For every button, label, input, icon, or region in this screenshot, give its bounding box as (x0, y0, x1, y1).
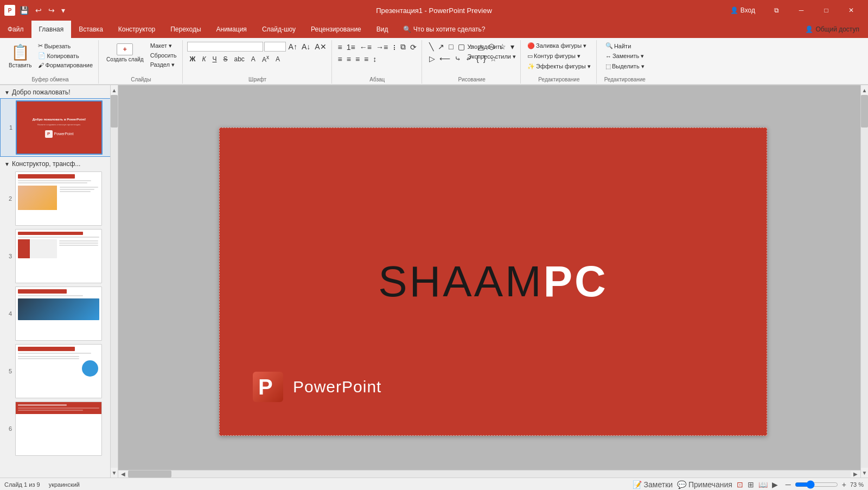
align-center-button[interactable]: ≡ (345, 54, 353, 65)
restore-button[interactable]: ⧉ (764, 0, 789, 21)
bullets-button[interactable]: ≡ (336, 42, 344, 53)
copy-button[interactable]: 📄 Копировать (36, 51, 95, 60)
canvas-scroll-down[interactable]: ▼ (861, 468, 868, 478)
shape10[interactable]: ⟵ (438, 53, 452, 64)
zoom-out-button[interactable]: ─ (784, 480, 793, 489)
slide-thumb-1[interactable]: Добро пожаловать в PowerPoint! Начните с… (16, 100, 103, 155)
shape9[interactable]: ▷ (427, 53, 437, 64)
decrease-font-button[interactable]: A↓ (300, 41, 312, 52)
replace-button[interactable]: ↔ Заменить ▾ (603, 52, 647, 61)
tab-transitions[interactable]: Переходы (163, 21, 208, 38)
shape-outline-button[interactable]: ▭ Контур фигуры ▾ (525, 52, 593, 61)
slide-sorter-button[interactable]: ⊞ (746, 480, 756, 489)
save-button[interactable]: 💾 (17, 5, 31, 16)
tab-review[interactable]: Рецензирование (303, 21, 369, 38)
zoom-range[interactable] (795, 480, 838, 489)
slide-panel-scrollbar[interactable]: ▲ ▼ (110, 85, 118, 478)
slide-thumb-3[interactable] (15, 229, 102, 283)
shape-fill-button[interactable]: 🔴 Заливка фигуры ▾ (525, 41, 593, 50)
canvas-scroll-track-v[interactable] (861, 95, 868, 468)
slide-thumb-row-4[interactable]: 4 (0, 285, 118, 342)
line-tool[interactable]: ╲ (427, 41, 435, 52)
canvas-scrollbar-v[interactable]: ▲ ▼ (860, 85, 868, 478)
canvas-scroll-thumb-v[interactable] (861, 95, 868, 128)
tab-design[interactable]: Конструктор (111, 21, 163, 38)
slide-thumb-row-1[interactable]: 1 Добро пожаловать в PowerPoint! Начните… (0, 98, 118, 157)
strikethrough-button[interactable]: S (220, 54, 230, 64)
font-color-button[interactable]: А (248, 54, 258, 64)
scroll-track[interactable] (111, 95, 118, 468)
tab-file[interactable]: Файл (0, 21, 31, 38)
shadow-button[interactable]: A (273, 54, 283, 64)
section-header-2[interactable]: ▼ Конструктор, трансф... (0, 157, 118, 170)
shape-effects-button[interactable]: ✨ Эффекты фигуры ▾ (525, 62, 593, 71)
reading-view-button[interactable]: 📖 (757, 480, 769, 489)
tab-home[interactable]: Главная (31, 21, 72, 38)
slide-thumb-4[interactable] (15, 287, 102, 341)
zoom-in-button[interactable]: + (840, 480, 848, 489)
smart-art-button[interactable]: ⧉ (399, 41, 407, 53)
clear-format-button[interactable]: A✕ (313, 41, 328, 52)
scroll-down-button[interactable]: ▼ (111, 468, 118, 478)
numbering-button[interactable]: 1≡ (345, 42, 357, 53)
sign-in-button[interactable]: 👤 Вход (726, 4, 760, 16)
slide-panel-scroll[interactable]: ▼ Добро пожаловать! 1 Добро пожаловать в… (0, 85, 118, 478)
tab-slideshow[interactable]: Слайд-шоу (254, 21, 303, 38)
new-slide-button[interactable]: + Создать слайд (103, 41, 147, 65)
slideshow-button[interactable]: ▶ (770, 480, 780, 489)
slide-thumb-row-6[interactable]: 6 (0, 400, 118, 457)
font-name-selector[interactable] (187, 42, 263, 52)
arrange-button[interactable]: Упорядочить (465, 42, 519, 51)
share-button[interactable]: 👤 Общий доступ (801, 23, 864, 35)
increase-indent-button[interactable]: →≡ (374, 42, 390, 53)
canvas-scrollbar-h[interactable]: ◀ ▶ (118, 470, 860, 478)
slide-thumb-row-3[interactable]: 3 (0, 227, 118, 285)
tab-insert[interactable]: Вставка (71, 21, 111, 38)
arrow-tool[interactable]: ↗ (436, 41, 446, 52)
superscript-button[interactable]: Ax (259, 53, 272, 65)
reset-button[interactable]: Сбросить (148, 51, 179, 60)
notes-button[interactable]: 📝 Заметки (631, 480, 674, 489)
bold-button[interactable]: Ж (187, 54, 199, 64)
close-button[interactable]: ✕ (839, 0, 864, 21)
layout-button[interactable]: Макет ▾ (148, 41, 179, 50)
line-spacing-button[interactable]: ↕ (371, 54, 378, 65)
undo-button[interactable]: ↩ (33, 5, 44, 16)
canvas-scroll-right[interactable]: ▶ (851, 470, 860, 478)
shape11[interactable]: ⤷ (453, 53, 463, 64)
find-button[interactable]: 🔍 Найти (603, 41, 647, 50)
section-header-1[interactable]: ▼ Добро пожаловать! (0, 85, 118, 98)
format-painter-button[interactable]: 🖌 Форматирование (36, 61, 95, 69)
text-direction-button[interactable]: ⟳ (409, 42, 418, 53)
rect-tool[interactable]: □ (447, 41, 455, 52)
align-left-button[interactable]: ≡ (336, 54, 344, 65)
spacing-button[interactable]: abc (232, 54, 247, 64)
canvas-scroll-thumb-h[interactable] (128, 470, 171, 478)
section-button[interactable]: Раздел ▾ (148, 60, 179, 69)
redo-button[interactable]: ↪ (46, 5, 57, 16)
canvas-scroll-left[interactable]: ◀ (118, 470, 128, 478)
italic-button[interactable]: К (199, 54, 208, 64)
maximize-button[interactable]: □ (814, 0, 839, 21)
tab-search[interactable]: 🔍 Что вы хотите сделать? (395, 21, 493, 38)
slide-thumb-2[interactable] (15, 171, 102, 226)
tab-animations[interactable]: Анимация (209, 21, 254, 38)
quick-styles-button[interactable]: Экспресс-стили ▾ (465, 52, 519, 61)
scroll-thumb[interactable] (111, 95, 118, 128)
slide-thumb-5[interactable] (15, 344, 102, 398)
underline-button[interactable]: Ч (209, 54, 219, 64)
slide-thumb-6[interactable] (15, 402, 102, 456)
tab-view[interactable]: Вид (369, 21, 396, 38)
scroll-up-button[interactable]: ▲ (111, 85, 118, 95)
canvas-scroll-up[interactable]: ▲ (861, 85, 868, 95)
increase-font-button[interactable]: A↑ (287, 41, 299, 52)
paste-button[interactable]: 📋 Вставить (5, 41, 35, 71)
cut-button[interactable]: ✂ Вырезать (36, 41, 95, 50)
justify-button[interactable]: ≡ (362, 54, 370, 65)
slide-thumb-row-5[interactable]: 5 (0, 342, 118, 400)
select-button[interactable]: ⬚ Выделить ▾ (603, 62, 647, 71)
normal-view-button[interactable]: ⊡ (735, 480, 745, 489)
slide-canvas[interactable]: SHAAMPC P (219, 128, 767, 436)
minimize-button[interactable]: ─ (789, 0, 814, 21)
align-right-button[interactable]: ≡ (354, 54, 361, 65)
